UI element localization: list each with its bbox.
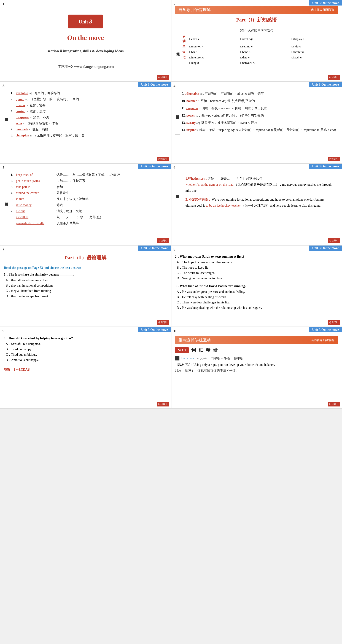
cell-6: 6 Unit 3 On the move 重点句型 1.Whether...or… (171, 164, 342, 245)
option-2a: A．The hope to come across other runners. (177, 260, 338, 264)
option-2b: B．The hope to keep fit. (177, 266, 338, 270)
vocab-row-3b: □bone n. (239, 50, 290, 55)
answer: 答案：1－4.CDAB (4, 368, 167, 372)
option-1d: D．they ran to escape from work (6, 294, 167, 298)
phrase-7: 7. die out 消失，绝迹，灭绝 (11, 209, 167, 213)
vocab-row-1c: □display n. (290, 34, 338, 44)
phrase-9: 9. persuade sb. to do sth. 说服某人做某事 (11, 221, 167, 225)
cell5-phrases: 1. keep track of 记录……；与……保持联系；了解……的动态 2.… (11, 173, 167, 227)
cell-1: 1 Unit 3 On the move section ii integrat… (0, 0, 171, 82)
question-3-text: 3．What kind of life did David lead befor… (175, 284, 338, 288)
vocab-row-header-5 (181, 60, 188, 66)
option-1b: B．they ran in national competitions (6, 283, 167, 288)
cell10-content: 重点透析·讲练互动 名师解题·精讲精练 NO.1 词 汇 精 研 1 balan… (175, 336, 338, 372)
section-text: section ii integrating skills & developi… (48, 49, 124, 53)
cell10-section-title: NO.1 词 汇 精 研 (175, 347, 338, 353)
corner-tab-5: 标目导引 (157, 238, 169, 243)
corner-tab-6: 标目导引 (328, 238, 340, 243)
cell-number-7: 7 (2, 247, 4, 252)
corner-tab-8: 标目导引 (328, 320, 340, 325)
word-12: 12. power n. 力量→powerful adj.有力的；（药等）有功效… (182, 113, 338, 118)
question-4-text: 4．How did Grace feel by helping to save … (4, 336, 167, 340)
unit-badge-5: Unit 3 On the move (138, 164, 171, 169)
vocab-row-2a: □monitor v. (188, 44, 239, 50)
vocab-row-3a: □bar n. (188, 50, 239, 55)
option-4c: C．Tired but ambitious. (6, 352, 167, 357)
phrase-1: 1. keep track of 记录……；与……保持联系；了解……的动态 (11, 173, 167, 177)
unit-badge-2: Unit 3 On the move (309, 0, 342, 6)
option-2d: D．Seeing her name in the top five. (177, 276, 338, 280)
cell-number-8: 8 (174, 247, 176, 252)
cell-4: 4 Unit 3 On the move 重点拓展单词汇 9. adjustab… (171, 82, 342, 164)
word-13: 13. sweaty adj. 满是汗的，被汗水湿透的→sweat n. 汗水 (182, 120, 338, 126)
word-11: 11. response n. 回答，答复→respond vi.回答；响应；做… (182, 106, 338, 111)
cell3-content: 重点写作单词汇 1. available adj. 可用的，可获得的 2. up… (4, 91, 167, 139)
cell5-content: 重点短语 1. keep track of 记录……；与……保持联系；了解……的… (4, 173, 167, 227)
question-2-text: 2．What motivates Sarah to keep running a… (175, 254, 338, 259)
word-2: 2. upper adj. （位置）较上的， 较高的，上面的 (11, 97, 167, 101)
cell-number-1: 1 (2, 2, 4, 6)
cell-number-4: 4 (174, 84, 176, 88)
phrase-5: 5. in turn 反过来；依次；轮流地 (11, 197, 167, 201)
phrase-8: 8. as well as 既……又……； 除……之外(也) (11, 215, 167, 219)
corner-tab-1: 标目导引 (157, 75, 169, 80)
word-1: 1. available adj. 可用的，可获得的 (11, 91, 167, 95)
option-3c: C．There were few challenges in his life. (177, 300, 338, 304)
vocab-row-header-4: 汇 (181, 55, 188, 60)
vocab-row-header-3: 词 (181, 50, 188, 55)
vocab-row-1b: □ideal adj. (239, 34, 290, 44)
unit-badge-9: Unit 3 On the move (138, 327, 171, 332)
cell2-part-title: Part（Ⅰ）新知感悟 (175, 16, 338, 26)
vocab-row-header-2: 单 (181, 44, 188, 50)
unit-badge-4: Unit 3 On the move (309, 82, 342, 87)
word-5: 5. disappear v. 消失，不见 (11, 115, 167, 120)
website-text: 道格办公-www.daogebangong.com (57, 64, 114, 69)
cell-5: 5 Unit 3 On the move 重点短语 1. keep track … (0, 164, 171, 245)
cell5-label: 重点短语 (4, 173, 9, 227)
vocab-row-4c: □label n. (290, 55, 338, 60)
vocab-hint: （在不认识的单词前划√） (175, 28, 338, 32)
cell-10: 10 Unit 3 On the move 重点透析·讲练互动 名师解题·精讲精… (171, 327, 342, 408)
corner-tab-7: 标目导引 (157, 320, 169, 325)
cell4-words: 9. adjustable adj. 可调整的；可调节的→adjust v. 调… (182, 91, 338, 134)
cell3-label: 重点写作单词汇 (4, 91, 9, 139)
phrase-2: 2. get in touch (with) （与……）保持联系 (11, 179, 167, 183)
option-4a: A．Stressful but delighted. (6, 342, 167, 346)
word-14: 14. inspire v. 鼓舞，激励→inspiring adj.令人鼓舞的… (182, 127, 338, 133)
unit-label: Unit 3 (79, 19, 92, 24)
sentence-2: 2. 不定式作表语： We're now training for nation… (186, 196, 334, 208)
vocab-row-4b: □data n. (239, 55, 290, 60)
no1-badge: NO.1 (175, 347, 189, 353)
option-1a: A．they all loved running at first (6, 278, 167, 282)
word-8: 8. champion n. （尤指体育比赛中的）冠军，第一名 (11, 133, 167, 138)
cell-7: 7 Unit 3 On the move Part（Ⅱ）语篇理解 Read th… (0, 245, 171, 327)
cell-9: 9 Unit 3 On the move 4．How did Grace fee… (0, 327, 171, 408)
cell-number-2: 2 (174, 2, 176, 6)
corner-tab-9: 标目导引 (157, 402, 169, 406)
vocab-row-5c (290, 60, 338, 66)
cell-8: 8 Unit 3 On the move 2．What motivates Sa… (171, 245, 342, 327)
unit-badge-3: Unit 3 On the move (138, 82, 171, 87)
option-2c: C．The desire to lose weight. (177, 271, 338, 275)
unit-badge-7: Unit 3 On the move (138, 246, 171, 251)
option-1c: C．they all benefited from running (6, 289, 167, 293)
unit-title: On the move (67, 34, 104, 42)
cell1-content: Unit 3 On the move section ii integratin… (4, 4, 167, 69)
option-4d: D．Ambitious but happy. (6, 358, 167, 362)
vocab-word-entry: 1 balance n. 天平；[C]平衡 v. 权衡，使平衡 (175, 356, 338, 360)
vocab-row-4a: □interpret v. (188, 55, 239, 60)
cell2-sub-header: 自主探究·识图新知 (311, 8, 334, 12)
cell6-content: 重点句型 1.Whether...or... 无论……还是……，引导让步状语从句… (175, 173, 338, 212)
cell3-words: 1. available adj. 可用的，可获得的 2. upper adj.… (11, 91, 167, 139)
cell-number-10: 10 (174, 329, 178, 333)
word-3: 3. involve v. 包含，需要 (11, 103, 167, 107)
word-7: 7. persuade v. 说服，劝服 (11, 127, 167, 132)
option-4b: B．Tired but happy. (6, 347, 167, 352)
cell-2: 2 Unit 3 On the move 自学导引·语篇理解 自主探究·识图新知… (171, 0, 342, 82)
vocab-row-5a: □lung n. (188, 60, 239, 66)
cell-number-6: 6 (174, 165, 176, 170)
vocab-row-header-1: 阅读 (181, 34, 188, 44)
vocab-main-word: balance (182, 356, 194, 360)
vocab-row-3c: □master n. (290, 50, 338, 55)
phrase-3: 3. take part in 参加 (11, 185, 167, 189)
